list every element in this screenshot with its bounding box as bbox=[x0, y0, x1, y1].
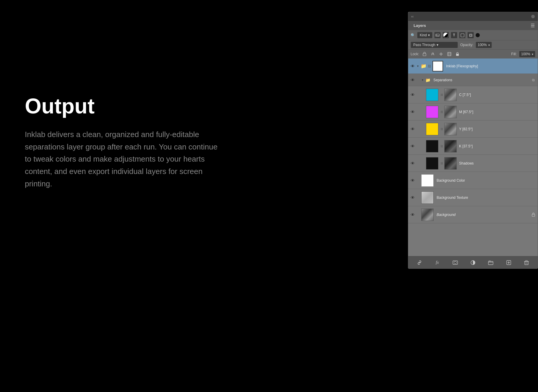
layer-mask bbox=[444, 140, 457, 152]
visibility-toggle[interactable]: 👁 bbox=[410, 109, 415, 115]
add-layer-button[interactable] bbox=[505, 258, 513, 267]
layer-row[interactable]: 👁 ▾ 📁 Separations ⧉ bbox=[408, 74, 538, 86]
layer-thumbnail bbox=[421, 174, 434, 187]
layer-thumbnail bbox=[421, 191, 434, 204]
svg-rect-12 bbox=[456, 54, 459, 56]
svg-rect-23 bbox=[526, 261, 527, 261]
layer-row[interactable]: 👁 ▾ 📁 ⛓ Inklab [Flexography] bbox=[408, 58, 538, 74]
layer-row[interactable]: 👁 ⛓ Y [82.5°] bbox=[408, 121, 538, 138]
svg-rect-2 bbox=[461, 34, 464, 37]
layer-mask bbox=[444, 123, 457, 135]
panel-collapse-icon[interactable]: ‹‹ bbox=[411, 14, 414, 19]
lock-row: Lock: Fill: 100% ▾ bbox=[408, 49, 538, 58]
opacity-input[interactable]: 100% ▾ bbox=[476, 42, 492, 48]
layer-row[interactable]: 👁 ⛓ Shadows bbox=[408, 155, 538, 172]
folder-icon: 📁 bbox=[425, 78, 431, 82]
visibility-toggle[interactable]: 👁 bbox=[410, 126, 415, 132]
panel-toolbar: fx bbox=[408, 256, 538, 269]
layers-tab[interactable]: Layers bbox=[411, 23, 428, 28]
layer-thumbnail bbox=[426, 106, 438, 118]
filter-text-icon[interactable]: T bbox=[451, 32, 457, 38]
layer-name: Shadows bbox=[457, 161, 536, 165]
lock-transparent-btn[interactable] bbox=[422, 51, 427, 57]
layer-thumbnail bbox=[421, 209, 434, 221]
add-mask-button[interactable] bbox=[451, 258, 459, 267]
expand-icon[interactable]: ▾ bbox=[420, 78, 425, 82]
svg-rect-21 bbox=[525, 261, 528, 265]
link-icon: ⛓ bbox=[440, 127, 444, 131]
filter-smart-icon[interactable] bbox=[467, 32, 474, 38]
layer-name: Y [82.5°] bbox=[457, 127, 536, 131]
filter-toggle[interactable] bbox=[476, 33, 480, 37]
layer-name: Background Texture bbox=[435, 196, 536, 200]
layer-name: M [67.5°] bbox=[457, 110, 536, 114]
filter-image-icon[interactable] bbox=[434, 32, 441, 38]
visibility-toggle[interactable]: 👁 bbox=[410, 195, 415, 200]
layer-thumbnail bbox=[426, 140, 438, 152]
link-icon: ⛓ bbox=[427, 64, 431, 68]
fx-button[interactable]: fx bbox=[433, 258, 441, 267]
fill-input[interactable]: 100% ▾ bbox=[519, 51, 535, 57]
layer-name: K [37.5°] bbox=[457, 144, 536, 148]
delete-layer-button[interactable] bbox=[522, 258, 531, 267]
visibility-toggle[interactable]: 👁 bbox=[410, 92, 415, 97]
layer-row[interactable]: 👁 Background bbox=[408, 206, 538, 223]
lock-paint-btn[interactable] bbox=[430, 51, 436, 57]
layer-row[interactable]: 👁 ⛓ C [7.5°] bbox=[408, 86, 538, 103]
layer-lock-icon bbox=[531, 212, 536, 217]
fill-label: Fill: bbox=[511, 52, 517, 56]
svg-rect-3 bbox=[469, 34, 472, 37]
lock-all-btn[interactable] bbox=[455, 51, 461, 57]
page-title: Output bbox=[25, 95, 220, 118]
left-content: Output Inklab delivers a clean, organize… bbox=[25, 95, 220, 190]
page-description: Inklab delivers a clean, organized and f… bbox=[25, 129, 220, 190]
panel-menu-icon[interactable]: ☰ bbox=[531, 23, 535, 28]
layer-name: Background bbox=[435, 213, 531, 217]
svg-rect-5 bbox=[423, 53, 426, 56]
visibility-toggle[interactable]: 👁 bbox=[410, 77, 415, 83]
lock-move-btn[interactable] bbox=[438, 51, 444, 57]
visibility-toggle[interactable]: 👁 bbox=[410, 161, 415, 166]
layer-thumbnail bbox=[426, 123, 438, 135]
layers-panel: ‹‹ Layers ☰ 🔍 Kind ▾ T Pass Th bbox=[408, 12, 538, 269]
lock-artboard-btn[interactable] bbox=[446, 51, 452, 57]
layer-name: C [7.5°] bbox=[457, 93, 536, 97]
layer-thumbnail bbox=[432, 61, 443, 71]
panel-header: Layers ☰ bbox=[408, 21, 538, 30]
visibility-toggle[interactable]: 👁 bbox=[410, 144, 415, 149]
panel-titlebar: ‹‹ bbox=[408, 12, 538, 21]
search-icon: 🔍 bbox=[411, 33, 415, 38]
blend-mode-dropdown[interactable]: Pass Through ▾ bbox=[411, 42, 458, 48]
layer-thumbnail bbox=[426, 157, 438, 170]
expand-icon[interactable]: ▾ bbox=[415, 64, 420, 69]
opacity-label: Opacity: bbox=[460, 43, 473, 47]
layer-thumbnail bbox=[426, 89, 438, 101]
visibility-toggle[interactable]: 👁 bbox=[410, 64, 415, 69]
svg-rect-4 bbox=[470, 35, 471, 36]
layer-row[interactable]: 👁 Background Color bbox=[408, 172, 538, 189]
panel-close-button[interactable] bbox=[531, 15, 535, 18]
visibility-toggle[interactable]: 👁 bbox=[410, 212, 415, 217]
kind-dropdown[interactable]: Kind ▾ bbox=[417, 32, 432, 38]
link-layers-button[interactable] bbox=[415, 258, 424, 267]
add-group-button[interactable] bbox=[487, 258, 495, 267]
svg-rect-17 bbox=[488, 261, 493, 265]
copy-icon: ⧉ bbox=[531, 77, 536, 83]
layer-row[interactable]: 👁 ⛓ K [37.5°] bbox=[408, 138, 538, 155]
layer-row[interactable]: 👁 ⛓ M [67.5°] bbox=[408, 103, 538, 121]
filter-adjust-icon[interactable] bbox=[443, 32, 449, 38]
layer-row[interactable]: 👁 Background Texture bbox=[408, 189, 538, 206]
add-adjustment-button[interactable] bbox=[469, 258, 477, 267]
visibility-toggle[interactable]: 👁 bbox=[410, 178, 415, 183]
svg-rect-13 bbox=[532, 214, 535, 217]
filter-shape-icon[interactable] bbox=[459, 32, 466, 38]
layer-name: Inklab [Flexography] bbox=[444, 64, 536, 68]
link-icon: ⛓ bbox=[440, 144, 444, 148]
lock-label: Lock: bbox=[411, 52, 419, 56]
svg-point-15 bbox=[454, 261, 456, 263]
layer-name: Separations bbox=[431, 78, 531, 82]
layers-list: 👁 ▾ 📁 ⛓ Inklab [Flexography] 👁 ▾ 📁 Separ… bbox=[408, 58, 538, 256]
layer-name: Background Color bbox=[435, 178, 536, 183]
layer-mask bbox=[444, 89, 457, 101]
svg-rect-7 bbox=[448, 52, 451, 56]
